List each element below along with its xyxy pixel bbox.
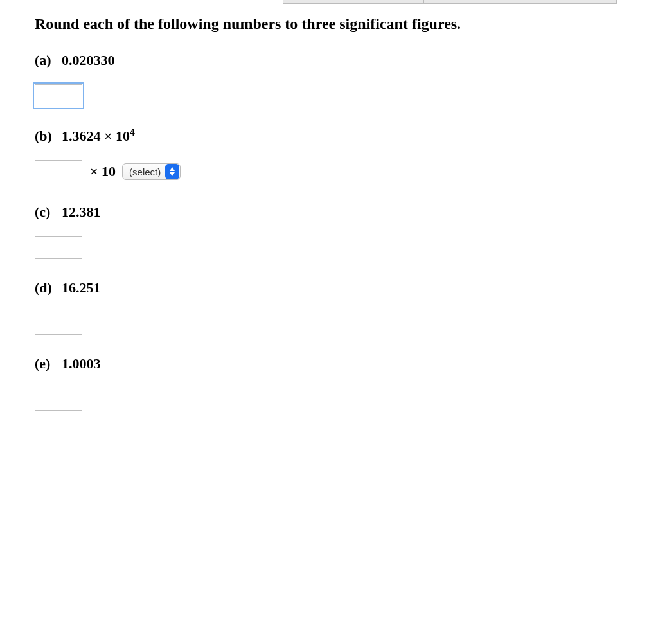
part-c: (c)12.381	[35, 204, 658, 259]
part-a-label: (a)0.020330	[35, 52, 658, 69]
part-c-answer-row	[35, 236, 658, 259]
part-e-value: 1.0003	[62, 355, 101, 371]
part-b-times10-label: × 10	[90, 163, 116, 180]
part-a-value: 0.020330	[62, 52, 115, 68]
part-d-value: 16.251	[62, 280, 101, 296]
part-a-answer-row	[35, 84, 658, 107]
part-e-label: (e)1.0003	[35, 355, 658, 372]
part-a: (a)0.020330	[35, 52, 658, 107]
part-d: (d)16.251	[35, 280, 658, 335]
part-c-marker: (c)	[35, 204, 62, 220]
part-b: (b)1.3624 × 104 × 10 (select)	[35, 128, 658, 183]
part-e: (e)1.0003	[35, 355, 658, 411]
part-b-value-prefix: 1.3624 × 10	[62, 128, 130, 144]
part-d-marker: (d)	[35, 280, 62, 296]
part-b-answer-input[interactable]	[35, 160, 82, 183]
part-c-label: (c)12.381	[35, 204, 658, 220]
stepper-arrows-icon	[165, 164, 179, 179]
part-e-answer-row	[35, 388, 658, 411]
part-e-marker: (e)	[35, 355, 62, 372]
part-b-exponent-select-text: (select)	[129, 166, 164, 177]
part-d-answer-input[interactable]	[35, 312, 82, 335]
part-c-value: 12.381	[62, 204, 101, 220]
part-b-answer-row: × 10 (select)	[35, 160, 658, 183]
part-e-answer-input[interactable]	[35, 388, 82, 411]
question-content: Round each of the following numbers to t…	[0, 0, 658, 411]
part-a-answer-input[interactable]	[35, 84, 82, 107]
part-b-label: (b)1.3624 × 104	[35, 128, 658, 145]
instruction-text: Round each of the following numbers to t…	[35, 15, 658, 33]
part-c-answer-input[interactable]	[35, 236, 82, 259]
part-b-marker: (b)	[35, 128, 62, 145]
part-b-value-exp: 4	[130, 127, 135, 138]
part-b-exponent-select[interactable]: (select)	[122, 163, 181, 180]
part-d-answer-row	[35, 312, 658, 335]
part-a-marker: (a)	[35, 52, 62, 69]
part-d-label: (d)16.251	[35, 280, 658, 296]
